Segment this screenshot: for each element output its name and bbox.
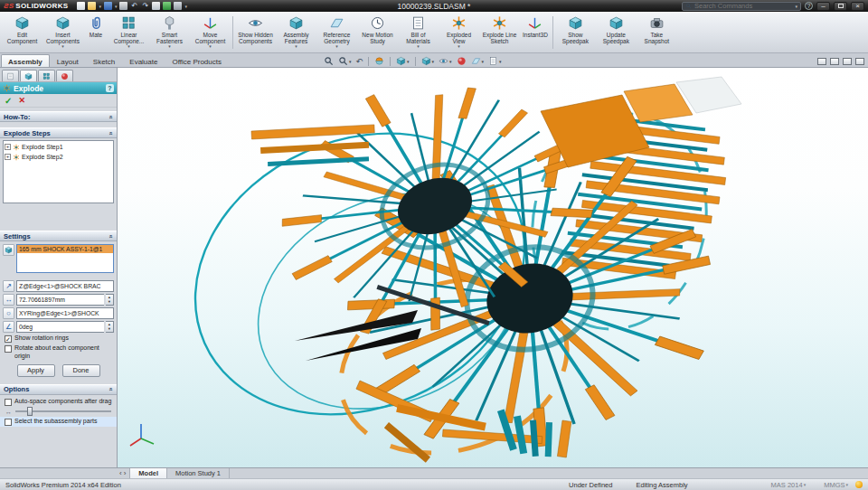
undo-icon[interactable]: ↶ <box>130 2 138 10</box>
rotate-about-origin-checkbox[interactable]: Rotate about each component origin <box>0 344 117 362</box>
explode-line-sketch-button[interactable]: Explode Line Sketch <box>479 13 520 52</box>
tab-propertymanager[interactable] <box>20 70 37 81</box>
checkbox-unchecked-icon[interactable] <box>5 419 12 426</box>
new-document-icon[interactable] <box>77 2 85 10</box>
options-section-header[interactable]: Options » <box>0 384 117 395</box>
expand-icon[interactable]: + <box>5 154 11 160</box>
tab-assembly[interactable]: Assembly <box>1 54 50 67</box>
tab-scroll-right-icon[interactable]: › <box>124 469 127 477</box>
options-caret-icon[interactable]: ▾ <box>184 4 187 9</box>
howto-section-header[interactable]: How-To: » <box>0 111 117 122</box>
smart-fasteners-button[interactable]: Smart Fasteners ▾ <box>149 13 190 52</box>
settings-section-header[interactable]: Settings » <box>0 231 117 241</box>
split-view-icon[interactable] <box>830 58 839 65</box>
spin-down-icon[interactable]: ▾ <box>108 300 110 305</box>
linear-component-pattern-button[interactable]: Linear Compone... ▾ <box>108 13 149 52</box>
explode-step-item[interactable]: + Explode Step1 <box>5 142 112 152</box>
show-speedpak-button[interactable]: Show Speedpak <box>555 13 596 52</box>
view-settings-icon[interactable]: ▾ <box>487 56 503 66</box>
edit-appearance-icon[interactable] <box>456 56 467 66</box>
instant3d-button[interactable]: Instant3D <box>520 13 551 52</box>
components-to-explode-list[interactable]: 165 mm SHOCK ASSY-1-1@1 <box>16 244 114 273</box>
rebuild-icon[interactable] <box>163 2 171 10</box>
reference-geometry-button[interactable]: Reference Geometry ▾ <box>316 13 357 52</box>
angle-spinner[interactable]: ▴ ▾ <box>106 321 114 333</box>
expand-icon[interactable]: + <box>5 144 11 150</box>
distance-spinner[interactable]: ▴ ▾ <box>106 294 114 306</box>
units-caret-icon[interactable]: ▾ <box>845 482 848 487</box>
open-document-icon[interactable] <box>88 2 96 10</box>
print-icon[interactable] <box>119 2 127 10</box>
dropdown-caret-icon[interactable]: ▾ <box>295 44 297 48</box>
explode-spacing-slider[interactable] <box>15 410 111 412</box>
view-orientation-icon[interactable]: ▾ <box>395 56 410 66</box>
status-sphere-icon[interactable] <box>855 481 863 488</box>
tab-motion-study-1[interactable]: Motion Study 1 <box>167 468 230 478</box>
tab-layout[interactable]: Layout <box>50 54 86 67</box>
tab-featuremanager[interactable] <box>2 70 19 81</box>
show-panes-icon[interactable] <box>817 58 826 65</box>
tab-model[interactable]: Model <box>129 468 167 478</box>
checkbox-unchecked-icon[interactable] <box>5 345 12 353</box>
select-icon[interactable] <box>152 2 160 10</box>
search-input[interactable] <box>694 2 792 10</box>
edit-component-button[interactable]: Edit Component <box>2 13 42 52</box>
tab-displaymanager[interactable] <box>56 70 73 81</box>
apply-button[interactable]: Apply <box>17 364 55 377</box>
tab-office-products[interactable]: Office Products <box>165 54 229 67</box>
close-view-icon[interactable] <box>855 58 864 65</box>
move-component-button[interactable]: Move Component ▾ <box>190 13 231 52</box>
slider-thumb[interactable] <box>27 407 33 416</box>
zoom-area-icon[interactable]: ▾ <box>337 56 353 66</box>
insert-components-button[interactable]: Insert Components ▾ <box>42 13 83 52</box>
units-selector[interactable]: MMGS <box>824 481 844 489</box>
close-button[interactable]: × <box>851 2 864 11</box>
restore-view-icon[interactable] <box>843 58 852 65</box>
rotation-axis-field[interactable]: XYRing@Edge<1>@SHOCK <box>16 307 114 319</box>
checkbox-unchecked-icon[interactable] <box>5 399 12 406</box>
show-rotation-rings-checkbox[interactable]: ✓ Show rotation rings <box>0 334 117 344</box>
config-caret-icon[interactable]: ▾ <box>804 482 807 487</box>
explode-steps-section-header[interactable]: Explode Steps » <box>0 127 117 138</box>
exploded-view-button[interactable]: Exploded View ▾ <box>439 13 479 52</box>
maximize-button[interactable] <box>834 2 847 11</box>
dropdown-caret-icon[interactable]: ▾ <box>458 44 460 48</box>
save-caret-icon[interactable]: ▾ <box>115 4 118 9</box>
previous-view-icon[interactable]: ↶ <box>355 57 364 66</box>
tab-scroll-left-icon[interactable]: ‹ <box>119 469 122 477</box>
selected-component-row[interactable]: 165 mm SHOCK ASSY-1-1@1 <box>17 245 113 253</box>
select-subassembly-checkbox[interactable]: Select the subassembly parts <box>0 417 117 427</box>
explode-distance-field[interactable]: 72.70661897mm <box>16 294 104 306</box>
rotation-angle-field[interactable]: 0deg <box>16 321 104 333</box>
new-motion-study-button[interactable]: New Motion Study <box>357 13 398 52</box>
dropdown-caret-icon[interactable]: ▾ <box>335 44 338 48</box>
config-selector[interactable]: MAS 2014 <box>771 481 803 489</box>
dropdown-caret-icon[interactable]: ▾ <box>127 44 130 48</box>
bill-of-materials-button[interactable]: Bill of Materials ▾ <box>398 13 439 52</box>
dropdown-caret-icon[interactable]: ▾ <box>61 44 64 48</box>
help-icon[interactable]: ? <box>805 2 813 10</box>
section-view-icon[interactable] <box>373 56 385 66</box>
apply-scene-icon[interactable]: ▾ <box>470 56 486 66</box>
hide-show-items-icon[interactable]: ▾ <box>438 56 453 66</box>
explode-step-item[interactable]: + Explode Step2 <box>5 152 112 162</box>
redo-icon[interactable]: ↷ <box>141 2 149 10</box>
display-style-icon[interactable]: ▾ <box>420 56 436 66</box>
show-hidden-components-button[interactable]: Show Hidden Components <box>235 13 276 52</box>
take-snapshot-button[interactable]: Take Snapshot <box>637 13 677 52</box>
graphics-area[interactable] <box>118 68 868 467</box>
checkbox-checked-icon[interactable]: ✓ <box>5 335 12 343</box>
minimize-button[interactable]: – <box>816 2 830 11</box>
pm-help-icon[interactable]: ? <box>106 84 114 92</box>
assembly-features-button[interactable]: Assembly Features ▾ <box>276 13 316 52</box>
options-gear-icon[interactable] <box>174 2 182 10</box>
dropdown-caret-icon[interactable]: ▾ <box>168 44 171 48</box>
dropdown-caret-icon[interactable]: ▾ <box>417 44 420 48</box>
cancel-x-icon[interactable]: ✕ <box>18 96 25 105</box>
update-speedpak-button[interactable]: Update Speedpak <box>596 13 637 52</box>
open-caret-icon[interactable]: ▾ <box>99 4 101 9</box>
done-button[interactable]: Done <box>62 364 100 377</box>
ok-check-icon[interactable]: ✓ <box>5 96 12 106</box>
tab-configurationmanager[interactable] <box>38 70 55 81</box>
explode-direction-field[interactable]: Z@Edge<1>@SHOCK BRAC <box>16 280 114 292</box>
